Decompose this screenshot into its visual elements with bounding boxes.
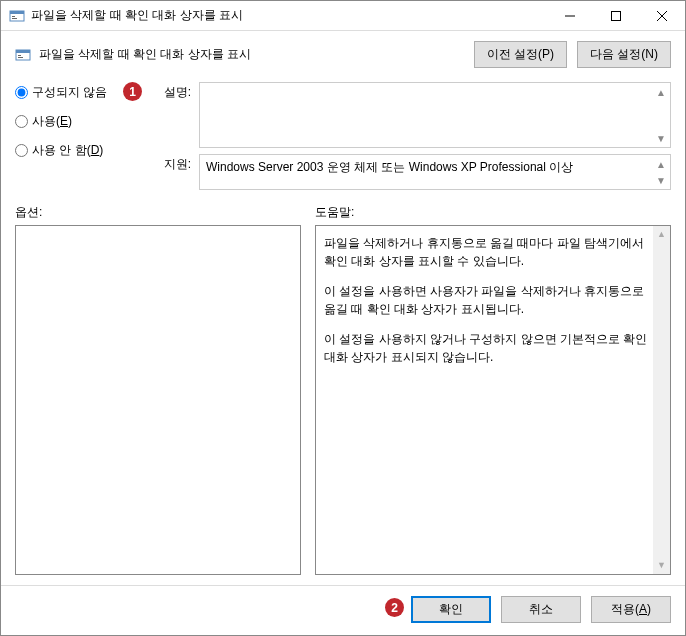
svg-rect-9 bbox=[16, 50, 30, 53]
help-paragraph: 파일을 삭제하거나 휴지통으로 옮길 때마다 파일 탐색기에서 확인 대화 상자… bbox=[324, 234, 652, 270]
callout-badge-2: 2 bbox=[385, 598, 404, 617]
config-row: 구성되지 않음 1 사용(E) 사용 안 함(D) 설명: ▲ ▼ 지원: Wi… bbox=[1, 74, 685, 190]
cancel-button[interactable]: 취소 bbox=[501, 596, 581, 623]
window-title: 파일을 삭제할 때 확인 대화 상자를 표시 bbox=[31, 7, 547, 24]
panel-labels: 옵션: 도움말: bbox=[1, 190, 685, 225]
radio-not-configured-input[interactable] bbox=[15, 86, 28, 99]
apply-button[interactable]: 적용(A) bbox=[591, 596, 671, 623]
svg-rect-3 bbox=[12, 18, 17, 19]
radio-disabled[interactable]: 사용 안 함(D) bbox=[15, 142, 145, 159]
help-paragraph: 이 설정을 사용하면 사용자가 파일을 삭제하거나 휴지통으로 옮길 때 확인 … bbox=[324, 282, 652, 318]
titlebar: 파일을 삭제할 때 확인 대화 상자를 표시 bbox=[1, 1, 685, 31]
next-setting-button[interactable]: 다음 설정(N) bbox=[577, 41, 671, 68]
ok-button[interactable]: 확인 bbox=[411, 596, 491, 623]
radio-not-configured-label: 구성되지 않음 bbox=[32, 84, 107, 101]
header-title: 파일을 삭제할 때 확인 대화 상자를 표시 bbox=[39, 46, 474, 63]
description-column: 설명: ▲ ▼ 지원: Windows Server 2003 운영 체제 또는… bbox=[161, 82, 671, 190]
footer-buttons: 2 확인 취소 적용(A) bbox=[1, 585, 685, 635]
window-icon bbox=[9, 8, 25, 24]
svg-rect-10 bbox=[18, 55, 21, 56]
help-paragraph: 이 설정을 사용하지 않거나 구성하지 않으면 기본적으로 확인 대화 상자가 … bbox=[324, 330, 652, 366]
supported-row: 지원: Windows Server 2003 운영 체제 또는 Windows… bbox=[161, 154, 671, 190]
description-box[interactable]: ▲ ▼ bbox=[199, 82, 671, 148]
previous-setting-button[interactable]: 이전 설정(P) bbox=[474, 41, 567, 68]
scroll-up-icon[interactable]: ▲ bbox=[654, 157, 668, 171]
help-label: 도움말: bbox=[315, 204, 354, 221]
help-panel: 파일을 삭제하거나 휴지통으로 옮길 때마다 파일 탐색기에서 확인 대화 상자… bbox=[315, 225, 671, 575]
radio-group: 구성되지 않음 1 사용(E) 사용 안 함(D) bbox=[15, 82, 145, 190]
radio-enabled[interactable]: 사용(E) bbox=[15, 113, 145, 130]
close-button[interactable] bbox=[639, 1, 685, 31]
scroll-down-icon[interactable]: ▼ bbox=[654, 173, 668, 187]
description-label: 설명: bbox=[161, 82, 191, 148]
scroll-up-icon[interactable]: ▲ bbox=[653, 226, 670, 243]
options-label: 옵션: bbox=[15, 204, 301, 221]
header-row: 파일을 삭제할 때 확인 대화 상자를 표시 이전 설정(P) 다음 설정(N) bbox=[1, 31, 685, 74]
maximize-button[interactable] bbox=[593, 1, 639, 31]
radio-disabled-label: 사용 안 함(D) bbox=[32, 142, 103, 159]
supported-text: Windows Server 2003 운영 체제 또는 Windows XP … bbox=[206, 160, 573, 174]
nav-buttons: 이전 설정(P) 다음 설정(N) bbox=[474, 41, 671, 68]
supported-box: Windows Server 2003 운영 체제 또는 Windows XP … bbox=[199, 154, 671, 190]
scroll-up-icon[interactable]: ▲ bbox=[654, 85, 668, 99]
callout-badge-1: 1 bbox=[123, 82, 142, 101]
supported-label: 지원: bbox=[161, 154, 191, 190]
scroll-down-icon[interactable]: ▼ bbox=[654, 131, 668, 145]
scroll-down-icon[interactable]: ▼ bbox=[653, 557, 670, 574]
svg-rect-11 bbox=[18, 57, 23, 58]
scrollbar-vertical[interactable]: ▲ ▼ bbox=[653, 226, 670, 574]
svg-rect-1 bbox=[10, 11, 24, 14]
window-controls bbox=[547, 1, 685, 31]
svg-rect-5 bbox=[612, 11, 621, 20]
radio-disabled-input[interactable] bbox=[15, 144, 28, 157]
description-row: 설명: ▲ ▼ bbox=[161, 82, 671, 148]
svg-rect-2 bbox=[12, 16, 15, 17]
options-panel bbox=[15, 225, 301, 575]
radio-enabled-label: 사용(E) bbox=[32, 113, 72, 130]
minimize-button[interactable] bbox=[547, 1, 593, 31]
radio-not-configured[interactable]: 구성되지 않음 1 bbox=[15, 84, 145, 101]
radio-enabled-input[interactable] bbox=[15, 115, 28, 128]
panels: 파일을 삭제하거나 휴지통으로 옮길 때마다 파일 탐색기에서 확인 대화 상자… bbox=[1, 225, 685, 585]
policy-icon bbox=[15, 47, 31, 63]
